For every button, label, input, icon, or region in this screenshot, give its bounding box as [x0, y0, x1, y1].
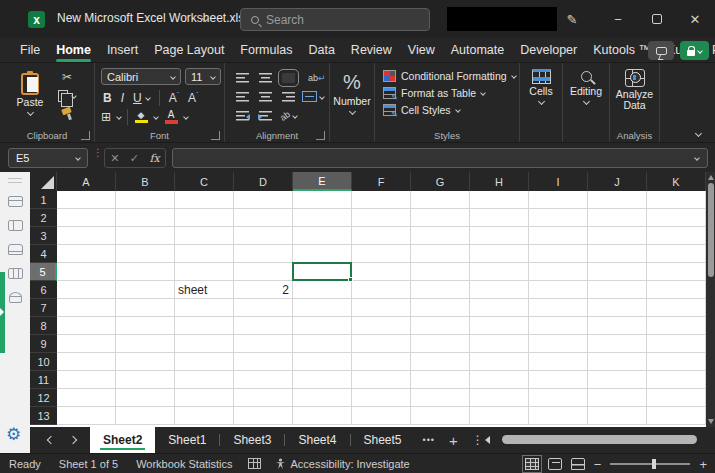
cell-I8[interactable] [529, 317, 588, 335]
cell-C1[interactable] [175, 191, 234, 209]
cell-F10[interactable] [352, 353, 411, 371]
sheet-tab-sheet1[interactable]: Sheet1 [155, 427, 219, 453]
row-header-10[interactable]: 10 [30, 353, 57, 371]
cell-I9[interactable] [529, 335, 588, 353]
zoom-slider[interactable] [610, 463, 690, 464]
cell-C2[interactable] [175, 209, 234, 227]
cell-H8[interactable] [470, 317, 529, 335]
cell-E3[interactable] [293, 227, 352, 245]
align-left-button[interactable] [236, 92, 249, 102]
cell-H9[interactable] [470, 335, 529, 353]
cell-C8[interactable] [175, 317, 234, 335]
font-dialog-launcher[interactable] [211, 131, 220, 140]
cell-C13[interactable] [175, 407, 234, 425]
cell-H1[interactable] [470, 191, 529, 209]
cell-J9[interactable] [588, 335, 647, 353]
cell-I5[interactable] [529, 263, 588, 281]
cell-D4[interactable] [234, 245, 293, 263]
active-cell-selection[interactable] [292, 262, 352, 281]
cell-K13[interactable] [647, 407, 706, 425]
cell-B5[interactable] [116, 263, 175, 281]
cell-I4[interactable] [529, 245, 588, 263]
cell-H12[interactable] [470, 389, 529, 407]
cell-C3[interactable] [175, 227, 234, 245]
page-layout-view-button[interactable] [548, 458, 562, 470]
cell-H3[interactable] [470, 227, 529, 245]
center-button[interactable] [259, 92, 272, 102]
cell-I12[interactable] [529, 389, 588, 407]
panel-drag-handle[interactable] [8, 178, 22, 183]
editing-button[interactable]: Editing [563, 63, 609, 104]
name-box[interactable]: E5 [8, 148, 88, 168]
cell-B10[interactable] [116, 353, 175, 371]
cut-icon[interactable]: ✂ [62, 71, 72, 84]
cell-B6[interactable] [116, 281, 175, 299]
cell-A5[interactable] [57, 263, 116, 281]
cell-I6[interactable] [529, 281, 588, 299]
cell-F7[interactable] [352, 299, 411, 317]
cell-J3[interactable] [588, 227, 647, 245]
cell-H7[interactable] [470, 299, 529, 317]
bottom-align-button[interactable] [282, 73, 295, 83]
menu-tab-home[interactable]: Home [48, 39, 99, 62]
cell-B13[interactable] [116, 407, 175, 425]
menu-tab-review[interactable]: Review [343, 39, 400, 62]
cell-G4[interactable] [411, 245, 470, 263]
cell-A3[interactable] [57, 227, 116, 245]
cell-D3[interactable] [234, 227, 293, 245]
font-size-select[interactable]: 11 [185, 68, 221, 85]
cell-B1[interactable] [116, 191, 175, 209]
cell-B3[interactable] [116, 227, 175, 245]
printer-icon[interactable] [8, 244, 23, 255]
alignment-dialog-launcher[interactable] [316, 131, 325, 140]
scroll-down-icon[interactable] [708, 419, 714, 424]
cell-D7[interactable] [234, 299, 293, 317]
cell-G1[interactable] [411, 191, 470, 209]
column-list-icon[interactable] [8, 268, 23, 279]
cell-K1[interactable] [647, 191, 706, 209]
underline-chevron-icon[interactable] [145, 95, 151, 101]
increase-indent-button[interactable] [259, 111, 272, 121]
cell-J8[interactable] [588, 317, 647, 335]
editing-chevron-down-icon[interactable] [582, 98, 589, 105]
row-header-11[interactable]: 11 [30, 371, 57, 389]
cell-F5[interactable] [352, 263, 411, 281]
cell-E12[interactable] [293, 389, 352, 407]
middle-align-button[interactable] [259, 73, 272, 83]
vertical-scrollbar[interactable] [706, 172, 715, 427]
cell-A1[interactable] [57, 191, 116, 209]
cell-E9[interactable] [293, 335, 352, 353]
cell-G7[interactable] [411, 299, 470, 317]
formula-input[interactable] [172, 148, 708, 168]
cell-D12[interactable] [234, 389, 293, 407]
collapse-ribbon-chevron-icon[interactable] [695, 130, 702, 137]
row-header-13[interactable]: 13 [30, 407, 57, 425]
cell-E8[interactable] [293, 317, 352, 335]
cell-B7[interactable] [116, 299, 175, 317]
increase-font-size-button[interactable]: Aˆ [169, 91, 179, 105]
cell-E2[interactable] [293, 209, 352, 227]
search-input[interactable]: Search [240, 8, 430, 31]
page-break-view-button[interactable] [571, 458, 585, 470]
cell-F12[interactable] [352, 389, 411, 407]
insert-function-icon[interactable]: fx [149, 152, 159, 165]
close-button[interactable]: ✕ [679, 4, 711, 34]
cell-E13[interactable] [293, 407, 352, 425]
row-header-7[interactable]: 7 [30, 299, 57, 317]
all-sheets-icon[interactable]: ⋮ [472, 433, 484, 447]
row-header-6[interactable]: 6 [30, 281, 57, 299]
cell-C9[interactable] [175, 335, 234, 353]
underline-button[interactable]: U [133, 91, 142, 105]
sheet-count[interactable]: Sheet 1 of 5 [50, 458, 127, 470]
conditional-formatting-button[interactable]: Conditional Formatting [383, 70, 516, 82]
cell-D2[interactable] [234, 209, 293, 227]
cell-E1[interactable] [293, 191, 352, 209]
cell-styles-button[interactable]: Cell Styles [383, 104, 516, 116]
find-binoculars-icon[interactable] [9, 292, 22, 303]
borders-button[interactable]: ⊞ [101, 110, 111, 124]
cell-E10[interactable] [293, 353, 352, 371]
column-header-A[interactable]: A [57, 172, 116, 191]
normal-view-button[interactable] [525, 458, 539, 470]
macro-record-icon[interactable] [248, 458, 261, 469]
orientation-button[interactable]: ab [278, 109, 292, 123]
